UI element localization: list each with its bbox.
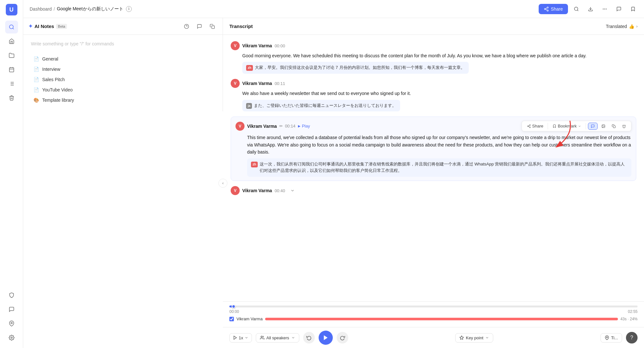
speaker-name-2: Vikram Varma — [242, 81, 272, 86]
svg-point-29 — [527, 126, 528, 127]
share-button[interactable]: Share — [539, 4, 568, 14]
svg-rect-27 — [212, 26, 215, 29]
image-action-button[interactable] — [599, 123, 608, 129]
breadcrumb-home[interactable]: Dashboard — [30, 6, 52, 12]
speaker-line-4: V Vikram Varma 00:40 — [231, 186, 636, 195]
edit-icon[interactable]: ✏ — [279, 124, 283, 128]
more-button[interactable] — [599, 3, 610, 15]
svg-line-31 — [528, 127, 529, 127]
bookmark-action-button[interactable]: Bookmark — [550, 122, 584, 130]
list-item[interactable]: 📄 YouTube Video — [31, 85, 215, 95]
svg-point-16 — [547, 10, 548, 11]
search-header-button[interactable] — [571, 3, 582, 15]
chat-panel-icon[interactable] — [194, 21, 205, 32]
list-item[interactable]: 🎨 Template library — [31, 95, 215, 105]
speaker-checkbox[interactable] — [229, 317, 234, 321]
timeline-handle[interactable] — [232, 305, 235, 308]
timeline-area: 00:00 02:55 Vikram Varma 43s · 24% — [223, 301, 644, 327]
chat-button[interactable] — [613, 3, 625, 15]
collapse-panel-button[interactable]: ‹ — [218, 179, 227, 188]
svg-line-18 — [545, 8, 547, 9]
svg-rect-35 — [613, 126, 616, 128]
list-item[interactable]: 📄 Sales Pitch — [31, 75, 215, 84]
timeline-bar[interactable] — [229, 306, 638, 307]
template-icon: 🎨 — [34, 98, 39, 103]
svg-point-22 — [603, 8, 604, 9]
keypoint-label: Key point — [466, 335, 483, 340]
interview-label: Interview — [42, 67, 60, 72]
comment-action-button[interactable] — [588, 123, 598, 130]
timeline-end: 02:55 — [628, 309, 638, 314]
speed-button[interactable]: 1x — [229, 333, 252, 343]
panel-header-icons — [181, 21, 217, 32]
sidebar-item-search[interactable] — [5, 21, 18, 33]
skip-fwd-button[interactable] — [337, 332, 348, 343]
svg-point-15 — [544, 8, 546, 10]
sidebar-item-trash[interactable] — [5, 91, 18, 104]
svg-point-30 — [529, 127, 530, 128]
selected-entry-header: V Vikram Varma ✏ 00:14 ▶ Play Share — [235, 121, 631, 131]
tip-button[interactable]: Ti... — [601, 333, 622, 343]
play-segment-button[interactable]: ▶ Play — [298, 124, 310, 128]
sidebar-item-calendar[interactable] — [5, 63, 18, 76]
speaker-time-3: 00:14 — [285, 124, 295, 128]
list-item[interactable]: 📄 General — [31, 54, 215, 64]
breadcrumb-separator: / — [54, 6, 55, 12]
svg-line-20 — [577, 10, 578, 11]
speaker-name-1: Vikram Varma — [242, 43, 272, 48]
play-main-button[interactable] — [319, 331, 333, 345]
copy-panel-icon[interactable] — [207, 21, 217, 32]
download-button[interactable] — [585, 3, 596, 15]
list-item[interactable]: 📄 Interview — [31, 64, 215, 74]
info-icon[interactable]: ℹ — [126, 6, 132, 12]
copy-action-button[interactable] — [609, 123, 618, 129]
transcript-title: Transcript — [229, 24, 253, 29]
delete-action-button[interactable] — [620, 123, 629, 129]
timeline-times: 00:00 02:55 — [229, 309, 638, 314]
sidebar-item-folder[interactable] — [5, 49, 18, 62]
svg-point-28 — [529, 125, 530, 126]
svg-point-38 — [261, 336, 263, 338]
notes-placeholder: Write something or type "/" for commands — [31, 41, 215, 46]
sidebar-item-home[interactable] — [5, 35, 18, 48]
document-icon: 📄 — [34, 87, 39, 92]
speaker-track-bar — [265, 318, 618, 320]
breadcrumb: Dashboard / Google Meetからの新しいノート — [30, 6, 123, 12]
svg-point-24 — [606, 8, 607, 9]
translation-bubble-1: zh 大家，早安。我们安排这次会议是为了讨论 7 月份的内容计划。如您所知，我们… — [242, 62, 469, 74]
sidebar-item-shield[interactable] — [5, 289, 18, 302]
ai-notes-label: AI Notes — [34, 24, 54, 29]
translated-emoji: 👍 — [629, 24, 634, 29]
svg-line-1 — [13, 28, 14, 29]
help-button[interactable]: ? — [626, 332, 638, 343]
speaker-track-name: Vikram Varma — [236, 316, 263, 321]
transcript-content: V Vikram Varma 00:00 Good morning everyo… — [223, 35, 644, 301]
speaker-name-4: Vikram Varma — [242, 188, 272, 193]
action-divider-1 — [548, 123, 548, 129]
left-panel-wrapper: ✦ AI Notes Beta — [23, 18, 223, 348]
chevron-right-icon: › — [636, 24, 638, 29]
speaker-name-3: Vikram Varma — [247, 124, 277, 129]
keypoint-button[interactable]: Key point — [455, 333, 493, 343]
tip-label: Ti... — [611, 335, 618, 340]
svg-point-23 — [604, 8, 605, 9]
speakers-button[interactable]: All speakers — [256, 333, 299, 343]
translated-badge[interactable]: Translated 👍 › — [606, 24, 638, 29]
avatar-1: V — [231, 41, 240, 50]
svg-point-0 — [9, 25, 13, 29]
lang-badge-ja-2: ja — [246, 103, 252, 109]
speaker-time-2: 00:11 — [274, 81, 285, 86]
bookmark-header-button[interactable] — [627, 3, 639, 15]
sidebar-item-settings[interactable] — [5, 331, 18, 344]
sidebar-item-list[interactable] — [5, 77, 18, 90]
transcript-panel: Transcript Translated 👍 › V Vikram Varma… — [223, 18, 644, 348]
share-action-button[interactable]: Share — [524, 122, 546, 130]
help-panel-icon[interactable] — [181, 21, 192, 32]
sidebar-item-location[interactable] — [5, 317, 18, 330]
lang-badge-zh-1: zh — [246, 65, 253, 71]
transcript-text-3: This time around, we've collected a data… — [247, 134, 631, 155]
skip-back-button[interactable] — [303, 332, 315, 343]
sidebar-item-comment[interactable] — [5, 303, 18, 316]
document-icon: 📄 — [34, 77, 39, 82]
beta-badge: Beta — [56, 24, 67, 29]
